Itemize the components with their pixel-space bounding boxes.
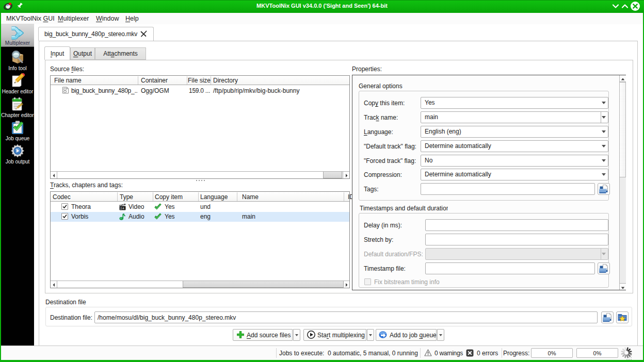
svg-text:2:4: 2:4 <box>120 207 124 210</box>
